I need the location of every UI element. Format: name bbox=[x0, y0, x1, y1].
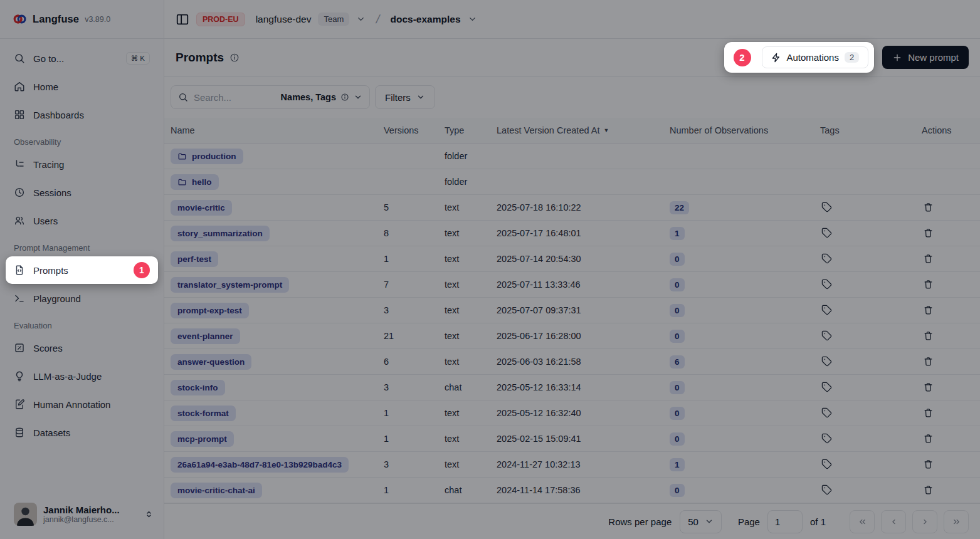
delete-button[interactable] bbox=[922, 458, 935, 471]
tag-button[interactable] bbox=[820, 252, 833, 265]
delete-button[interactable] bbox=[922, 329, 935, 342]
tag-button[interactable] bbox=[820, 406, 833, 419]
prompt-name-pill[interactable]: movie-critic bbox=[171, 200, 232, 216]
delete-button[interactable] bbox=[922, 226, 935, 239]
table-row[interactable]: event-planner 21 text 2025-06-17 16:28:0… bbox=[164, 323, 980, 349]
observations-count-pill: 1 bbox=[670, 227, 685, 240]
actions-cell bbox=[922, 303, 980, 318]
prompt-name-pill[interactable]: story_summarization bbox=[171, 226, 270, 241]
table-row[interactable]: movie-critic 5 text 2025-07-18 16:10:22 … bbox=[164, 195, 980, 221]
previous-page-button[interactable] bbox=[881, 510, 906, 533]
prompt-name-pill[interactable]: perf-test bbox=[171, 251, 218, 267]
table-row[interactable]: answer-question 6 text 2025-06-03 16:21:… bbox=[164, 349, 980, 375]
first-page-button[interactable] bbox=[850, 510, 875, 533]
table-row[interactable]: hello folder bbox=[164, 169, 980, 195]
prompt-name-pill[interactable]: event-planner bbox=[171, 328, 240, 344]
prompt-name-pill[interactable]: movie-critic-chat-ai bbox=[171, 483, 262, 498]
prompt-name-pill[interactable]: prompt-exp-test bbox=[171, 303, 249, 318]
org-name[interactable]: langfuse-dev bbox=[256, 14, 312, 25]
table-row[interactable]: movie-critic-chat-ai 1 chat 2024-11-14 1… bbox=[164, 478, 980, 503]
next-page-button[interactable] bbox=[912, 510, 937, 533]
page-number-input[interactable] bbox=[767, 510, 803, 533]
user-menu[interactable]: Jannik Maierho... jannik@langfuse.c... bbox=[0, 495, 164, 539]
sidebar-item-scores[interactable]: Scores bbox=[8, 338, 156, 358]
tag-button[interactable] bbox=[820, 278, 833, 291]
tag-button[interactable] bbox=[820, 355, 833, 368]
prompt-name-pill[interactable]: mcp-prompt bbox=[171, 431, 234, 447]
prompt-name-pill[interactable]: translator_system-prompt bbox=[171, 277, 289, 293]
tag-button[interactable] bbox=[820, 201, 833, 214]
sidebar-toggle-icon[interactable] bbox=[176, 13, 189, 26]
sidebar-item-datasets[interactable]: Datasets bbox=[8, 422, 156, 442]
filters-button[interactable]: Filters bbox=[375, 85, 435, 109]
delete-button[interactable] bbox=[922, 483, 935, 496]
prompt-name-pill[interactable]: answer-question bbox=[171, 354, 251, 370]
created-at-cell: 2024-11-14 17:58:36 bbox=[497, 485, 670, 495]
search-input[interactable] bbox=[194, 92, 263, 103]
delete-button[interactable] bbox=[922, 355, 935, 368]
chevron-down-icon[interactable] bbox=[356, 14, 366, 24]
sidebar-item-label: Scores bbox=[33, 343, 63, 353]
table-row[interactable]: translator_system-prompt 7 text 2025-07-… bbox=[164, 272, 980, 298]
table-row[interactable]: production folder bbox=[164, 144, 980, 169]
last-page-button[interactable] bbox=[944, 510, 969, 533]
delete-button[interactable] bbox=[922, 432, 935, 445]
new-prompt-button[interactable]: New prompt bbox=[882, 46, 969, 69]
column-header-latest-version-created-at[interactable]: Latest Version Created At ▼ bbox=[497, 125, 670, 135]
prompt-name-pill[interactable]: stock-info bbox=[171, 380, 225, 395]
info-icon[interactable] bbox=[229, 53, 240, 63]
table-row[interactable]: mcp-prompt 1 text 2025-02-15 15:09:41 0 bbox=[164, 426, 980, 452]
actions-cell bbox=[922, 201, 980, 215]
rows-per-page-select[interactable]: 50 bbox=[680, 510, 722, 533]
tag-button[interactable] bbox=[820, 380, 833, 394]
delete-button[interactable] bbox=[922, 303, 935, 317]
actions-cell bbox=[922, 329, 980, 343]
sidebar-item-home[interactable]: Home bbox=[8, 76, 156, 97]
prompt-name-pill[interactable]: production bbox=[171, 149, 243, 164]
annotation-pen-icon bbox=[14, 399, 25, 410]
table-row[interactable]: stock-format 1 text 2025-05-12 16:32:40 … bbox=[164, 400, 980, 426]
sidebar-item-tracing[interactable]: Tracing bbox=[8, 154, 156, 174]
goto-search[interactable]: Go to... ⌘ K bbox=[8, 48, 156, 68]
delete-button[interactable] bbox=[922, 201, 935, 214]
tag-button[interactable] bbox=[820, 226, 833, 239]
sidebar-item-human-annotation[interactable]: Human Annotation bbox=[8, 394, 156, 414]
tags-cell bbox=[820, 278, 922, 292]
table-row[interactable]: perf-test 1 text 2025-07-14 20:54:30 0 bbox=[164, 246, 980, 272]
delete-button[interactable] bbox=[922, 252, 935, 265]
table-row[interactable]: 26a61a94-e3ab-48d7-81e0-13b929bad4c3 3 t… bbox=[164, 452, 980, 478]
type-cell: chat bbox=[445, 382, 497, 392]
observations-count-pill: 0 bbox=[670, 330, 685, 343]
prompt-name-pill[interactable]: stock-format bbox=[171, 406, 236, 421]
search-icon bbox=[178, 92, 188, 102]
table-row[interactable]: prompt-exp-test 3 text 2025-07-07 09:37:… bbox=[164, 298, 980, 323]
delete-button[interactable] bbox=[922, 406, 935, 419]
delete-button[interactable] bbox=[922, 278, 935, 291]
sort-desc-icon: ▼ bbox=[603, 127, 609, 133]
tag-button[interactable] bbox=[820, 303, 833, 317]
sidebar-item-llm-as-a-judge[interactable]: LLM-as-a-Judge bbox=[8, 366, 156, 386]
table-row[interactable]: stock-info 3 chat 2025-05-12 16:33:14 0 bbox=[164, 375, 980, 400]
chevron-down-icon[interactable] bbox=[468, 14, 477, 24]
search-scope-select[interactable]: Names, Tags bbox=[281, 92, 362, 102]
prompt-name-pill[interactable]: hello bbox=[171, 174, 219, 190]
tag-button[interactable] bbox=[820, 329, 833, 342]
tag-button[interactable] bbox=[820, 458, 833, 471]
sidebar-item-dashboards[interactable]: Dashboards bbox=[8, 105, 156, 125]
table-row[interactable]: story_summarization 8 text 2025-07-17 16… bbox=[164, 221, 980, 246]
main-area: PROD-EU langfuse-dev Team / docs-example… bbox=[164, 0, 980, 539]
sidebar-item-playground[interactable]: Playground bbox=[8, 288, 156, 308]
prompt-name-pill[interactable]: 26a61a94-e3ab-48d7-81e0-13b929bad4c3 bbox=[171, 457, 349, 473]
tag-button[interactable] bbox=[820, 432, 833, 445]
delete-button[interactable] bbox=[922, 380, 935, 394]
tag-button[interactable] bbox=[820, 483, 833, 496]
sidebar-item-prompts[interactable]: Prompts 1 bbox=[6, 256, 158, 284]
actions-cell bbox=[922, 432, 980, 446]
observations-count-pill: 0 bbox=[670, 407, 685, 420]
automations-button[interactable]: Automations 2 bbox=[762, 46, 869, 68]
project-name[interactable]: docs-examples bbox=[391, 14, 461, 25]
sidebar-item-sessions[interactable]: Sessions bbox=[8, 182, 156, 202]
sidebar-item-users[interactable]: Users bbox=[8, 211, 156, 231]
sidebar-item-label: Tracing bbox=[33, 159, 64, 170]
column-header-actions: Actions bbox=[922, 125, 980, 135]
